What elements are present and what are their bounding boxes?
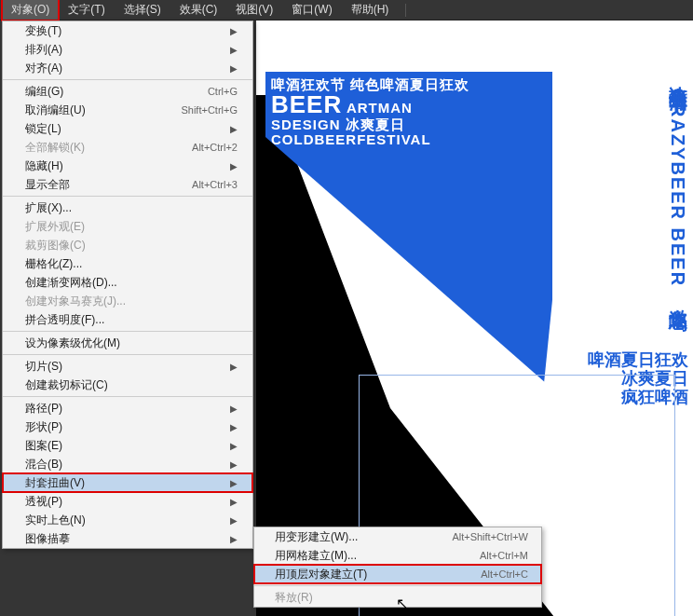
menu-flatten-transparency[interactable]: 拼合透明度(F)... <box>3 310 252 329</box>
menu-separator <box>3 396 252 397</box>
menubar: 对象(O) 文字(T) 选择(S) 效果(C) 视图(V) 窗口(W) 帮助(H… <box>0 0 693 21</box>
menu-separator <box>254 585 541 586</box>
menu-object[interactable]: 对象(O) <box>2 0 59 21</box>
submenu-make-top-object[interactable]: 用顶层对象建立(T)Alt+Ctrl+C <box>254 565 541 583</box>
menu-group[interactable]: 编组(G)Ctrl+G <box>3 82 252 101</box>
submenu-make-mesh[interactable]: 用网格建立(M)...Alt+Ctrl+M <box>254 546 541 565</box>
menu-gradient-mesh[interactable]: 创建渐变网格(D)... <box>3 273 252 292</box>
chevron-right-icon: ▶ <box>230 534 238 544</box>
chevron-right-icon: ▶ <box>230 161 238 171</box>
submenu-make-warp[interactable]: 用变形建立(W)...Alt+Shift+Ctrl+W <box>254 527 541 546</box>
chevron-right-icon: ▶ <box>230 422 238 432</box>
menu-separator <box>3 79 252 80</box>
menu-view[interactable]: 视图(V) <box>226 0 282 21</box>
text-beer: BEER <box>271 90 342 118</box>
menu-type[interactable]: 文字(T) <box>59 0 114 21</box>
menu-help[interactable]: 帮助(H) <box>342 0 399 21</box>
menu-unlock-all: 全部解锁(K)Alt+Ctrl+2 <box>3 138 252 157</box>
menu-separator <box>3 331 252 332</box>
menu-path[interactable]: 路径(P)▶ <box>3 399 252 418</box>
menu-align[interactable]: 对齐(A)▶ <box>3 59 252 77</box>
chevron-right-icon: ▶ <box>230 404 238 414</box>
menu-shape[interactable]: 形状(P)▶ <box>3 418 252 436</box>
menu-separator <box>3 354 252 355</box>
menu-separator <box>3 196 252 197</box>
menu-crop-image: 裁剪图像(C) <box>3 236 252 254</box>
menu-live-paint[interactable]: 实时上色(N)▶ <box>3 511 252 529</box>
menu-hide[interactable]: 隐藏(H)▶ <box>3 157 252 175</box>
object-menu-dropdown: 变换(T)▶ 排列(A)▶ 对齐(A)▶ 编组(G)Ctrl+G 取消编组(U)… <box>2 21 253 549</box>
menubar-divider <box>405 4 406 17</box>
menu-expand-appearance: 扩展外观(E) <box>3 217 252 236</box>
chevron-right-icon: ▶ <box>230 478 238 488</box>
chevron-right-icon: ▶ <box>230 362 238 372</box>
menu-show-all[interactable]: 显示全部Alt+Ctrl+3 <box>3 175 252 194</box>
menu-image-trace[interactable]: 图像描摹▶ <box>3 529 252 548</box>
menu-lock[interactable]: 锁定(L)▶ <box>3 119 252 138</box>
menu-perspective[interactable]: 透视(P)▶ <box>3 492 252 511</box>
menu-pixel-perfect[interactable]: 设为像素级优化(M) <box>3 334 252 352</box>
menu-transform[interactable]: 变换(T)▶ <box>3 21 252 40</box>
chevron-right-icon: ▶ <box>230 515 238 526</box>
chevron-right-icon: ▶ <box>230 63 238 74</box>
menu-envelope-distort[interactable]: 封套扭曲(V)▶ <box>3 473 252 492</box>
menu-slice[interactable]: 切片(S)▶ <box>3 357 252 376</box>
chevron-right-icon: ▶ <box>230 45 238 55</box>
chevron-right-icon: ▶ <box>230 441 238 451</box>
menu-ungroup[interactable]: 取消编组(U)Shift+Ctrl+G <box>3 101 252 119</box>
menu-mosaic: 创建对象马赛克(J)... <box>3 292 252 310</box>
menu-pattern[interactable]: 图案(E)▶ <box>3 436 252 455</box>
menu-select[interactable]: 选择(S) <box>115 0 170 21</box>
chevron-right-icon: ▶ <box>230 124 238 134</box>
menu-effect[interactable]: 效果(C) <box>170 0 227 21</box>
chevron-right-icon: ▶ <box>230 459 238 470</box>
menu-rasterize[interactable]: 栅格化(Z)... <box>3 254 252 273</box>
menu-expand[interactable]: 扩展(X)... <box>3 198 252 217</box>
chevron-right-icon: ▶ <box>230 26 238 36</box>
menu-window[interactable]: 窗口(W) <box>282 0 341 21</box>
menu-blend[interactable]: 混合(B)▶ <box>3 455 252 473</box>
chevron-right-icon: ▶ <box>230 497 238 507</box>
menu-trim-marks[interactable]: 创建裁切标记(C) <box>3 376 252 394</box>
menu-arrange[interactable]: 排列(A)▶ <box>3 40 252 59</box>
cursor-icon: ↖ <box>396 595 408 612</box>
